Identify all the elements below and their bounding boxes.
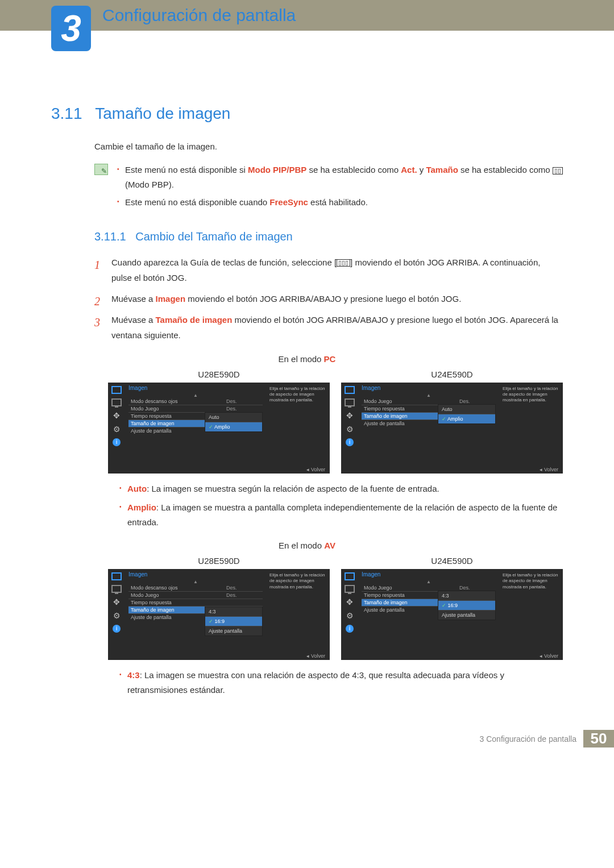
subsection-title: Cambio del Tamaño de imagen xyxy=(135,230,292,243)
scroll-up-icon: ▲ xyxy=(362,393,496,398)
bullet-item: Auto: La imagen se muestra según la rela… xyxy=(119,481,563,496)
picture-tab-icon xyxy=(111,572,122,580)
section-number: 3.11 xyxy=(51,105,91,123)
menu-icon: ▯▯▯ xyxy=(337,259,350,267)
chapter-title: Configuración de pantalla xyxy=(102,6,296,25)
osd-back: Volver xyxy=(537,466,561,474)
osd-back: Volver xyxy=(304,652,327,660)
bullet-item: Amplio: La imagen se muestra a pantalla … xyxy=(119,500,563,529)
page-footer: 3 Configuración de pantalla 50 xyxy=(0,730,614,747)
osd-hint: Elija el tamaño y la relación de aspecto… xyxy=(266,383,330,474)
scroll-up-icon: ▲ xyxy=(362,579,496,584)
note-item: Este menú no está disponible si Modo PIP… xyxy=(117,163,563,192)
move-tab-icon xyxy=(345,597,355,607)
bullet-item: 4:3: La imagen se muestra con una relaci… xyxy=(119,668,563,697)
osd-title: Imagen xyxy=(128,385,263,391)
settings-tab-icon xyxy=(345,611,355,620)
note-item: Este menú no está disponible cuando Free… xyxy=(117,195,563,210)
osd-submenu: 4:3 16:9 Ajuste pantalla xyxy=(205,607,263,636)
osd-model-label: U24E590D xyxy=(341,556,563,566)
osd-submenu: Auto Amplio xyxy=(438,404,496,424)
info-tab-icon: i xyxy=(346,625,354,633)
chapter-number: 3 xyxy=(61,10,81,47)
note-icon xyxy=(94,164,108,175)
section-title: Tamaño de imagen xyxy=(95,105,230,122)
step-item: 1 Cuando aparezca la Guía de teclas de f… xyxy=(94,255,563,285)
osd-submenu: Auto Amplio xyxy=(205,412,263,432)
subsection-heading: 3.11.1 Cambio del Tamaño de imagen xyxy=(94,230,563,243)
osd-model-label: U28E590D xyxy=(108,556,330,566)
display-tab-icon xyxy=(111,398,122,406)
osd-title: Imagen xyxy=(362,385,496,391)
picture-tab-icon xyxy=(345,572,355,580)
pc-bullets: Auto: La imagen se muestra según la rela… xyxy=(119,481,563,530)
section-heading: 3.11 Tamaño de imagen xyxy=(51,105,563,123)
display-tab-icon xyxy=(345,398,355,406)
steps-list: 1 Cuando aparezca la Guía de teclas de f… xyxy=(94,255,563,343)
chapter-badge: 3 xyxy=(51,6,91,51)
mode-av-label: En el modo AV xyxy=(51,541,563,550)
step-item: 3 Muévase a Tamaño de imagen moviendo el… xyxy=(94,312,563,343)
osd-hint: Elija el tamaño y la relación de aspecto… xyxy=(266,569,330,660)
av-bullets: 4:3: La imagen se muestra con una relaci… xyxy=(119,668,563,697)
osd-screenshot: i Imagen ▲ Modo JuegoDes. Tiempo respues… xyxy=(341,383,563,474)
osd-title: Imagen xyxy=(128,571,263,578)
move-tab-icon xyxy=(111,597,122,607)
footer-chapter: 3 Configuración de pantalla xyxy=(480,734,583,744)
settings-tab-icon xyxy=(111,425,122,434)
note-list: Este menú no está disponible si Modo PIP… xyxy=(117,163,563,213)
move-tab-icon xyxy=(111,411,122,420)
scroll-up-icon: ▲ xyxy=(128,579,263,584)
osd-row-pc: U28E590D i Imagen ▲ Modo descanso ojosDe… xyxy=(108,369,563,474)
info-tab-icon: i xyxy=(113,438,121,446)
osd-submenu: 4:3 16:9 Ajuste pantalla xyxy=(438,591,496,620)
osd-hint: Elija el tamaño y la relación de aspecto… xyxy=(499,383,563,474)
pbp-icon: ▯▯ xyxy=(553,167,563,175)
settings-tab-icon xyxy=(111,611,122,620)
osd-hint: Elija el tamaño y la relación de aspecto… xyxy=(499,569,563,660)
move-tab-icon xyxy=(345,411,355,420)
scroll-up-icon: ▲ xyxy=(128,393,263,398)
picture-tab-icon xyxy=(345,386,355,394)
header-bar: Configuración de pantalla xyxy=(0,0,614,31)
osd-screenshot: i Imagen ▲ Modo JuegoDes. Tiempo respues… xyxy=(341,569,563,660)
osd-back: Volver xyxy=(304,466,327,474)
section-intro: Cambie el tamaño de la imagen. xyxy=(94,140,563,153)
osd-model-label: U28E590D xyxy=(108,369,330,379)
page-number: 50 xyxy=(583,730,614,747)
subsection-number: 3.11.1 xyxy=(94,230,126,243)
mode-pc-label: En el modo PC xyxy=(51,354,563,364)
display-tab-icon xyxy=(345,585,355,593)
osd-title: Imagen xyxy=(362,571,496,578)
picture-tab-icon xyxy=(111,386,122,394)
info-tab-icon: i xyxy=(113,625,121,633)
info-tab-icon: i xyxy=(346,438,354,446)
display-tab-icon xyxy=(111,585,122,593)
osd-screenshot: i Imagen ▲ Modo descanso ojosDes. Modo J… xyxy=(108,383,330,474)
osd-back: Volver xyxy=(537,652,561,660)
settings-tab-icon xyxy=(345,425,355,434)
osd-row-av: U28E590D i Imagen ▲ Modo descanso ojosDe… xyxy=(108,556,563,660)
osd-model-label: U24E590D xyxy=(341,369,563,379)
step-item: 2 Muévase a Imagen moviendo el botón JOG… xyxy=(94,291,563,306)
osd-screenshot: i Imagen ▲ Modo descanso ojosDes. Modo J… xyxy=(108,569,330,660)
